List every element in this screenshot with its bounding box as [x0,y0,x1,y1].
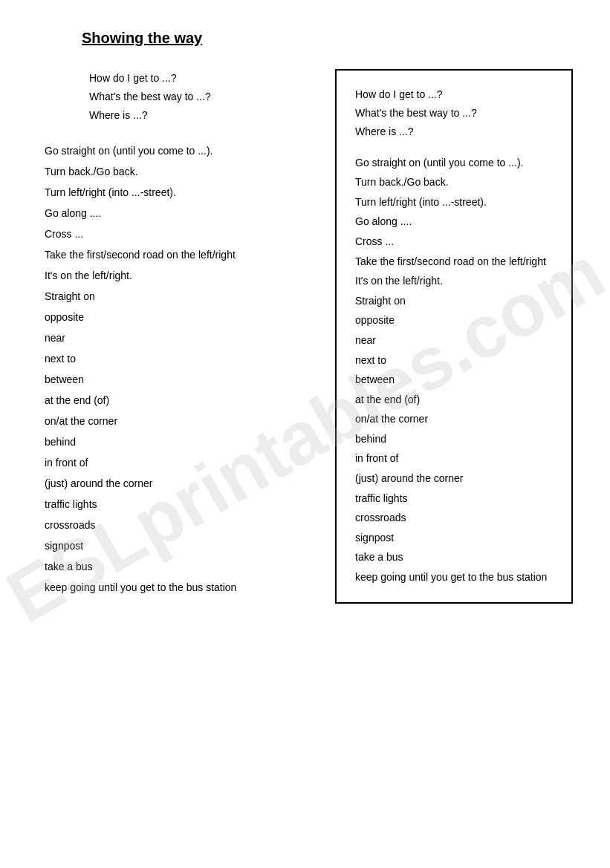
left-phrase-15: behind [45,431,313,452]
left-phrase-7: It's on the left/right. [45,265,313,286]
left-question-3: Where is ...? [89,106,313,125]
right-phrase-19: crossroads [355,508,553,528]
left-phrase-22: keep going until you get to the bus stat… [45,577,313,598]
left-phrase-13: at the end (of) [45,390,313,411]
right-phrase-18: traffic lights [355,489,553,509]
right-phrase-14: on/at the corner [355,409,553,429]
right-phrase-22: keep going until you get to the bus stat… [355,567,553,587]
left-phrase-11: next to [45,348,313,369]
left-phrase-9: opposite [45,307,313,327]
right-phrase-6: Take the first/second road on the left/r… [355,252,553,272]
right-phrase-10: near [355,330,553,350]
right-phrase-8: Straight on [355,291,553,311]
right-phrase-21: take a bus [355,547,553,567]
left-phrase-list: Go straight on (until you come to ...). … [45,140,313,598]
right-column: How do I get to ...? What's the best way… [335,69,573,604]
right-phrase-12: between [355,370,553,390]
left-phrase-14: on/at the corner [45,411,313,431]
right-phrase-13: at the end (of) [355,390,553,410]
right-phrase-7: It's on the left/right. [355,271,553,291]
right-question-1: How do I get to ...? [355,85,553,104]
left-phrase-4: Go along .... [45,203,313,223]
left-phrase-17: (just) around the corner [45,473,313,494]
right-phrase-3: Turn left/right (into ...-street). [355,192,553,212]
right-phrase-20: signpost [355,528,553,548]
left-phrase-2: Turn back./Go back. [45,161,313,182]
left-phrase-6: Take the first/second road on the left/r… [45,244,313,265]
left-questions: How do I get to ...? What's the best way… [89,69,313,125]
left-phrase-8: Straight on [45,286,313,307]
right-phrase-5: Cross ... [355,232,553,252]
right-phrase-11: next to [355,350,553,371]
left-phrase-5: Cross ... [45,223,313,244]
left-column: How do I get to ...? What's the best way… [37,69,313,598]
right-question-2: What's the best way to ...? [355,104,553,123]
left-phrase-19: crossroads [45,515,313,535]
page-title: Showing the way [82,30,573,47]
right-phrase-list: Go straight on (until you come to ...). … [355,153,553,587]
left-phrase-12: between [45,369,313,390]
right-question-3: Where is ...? [355,123,553,141]
left-question-1: How do I get to ...? [89,69,313,88]
left-phrase-18: traffic lights [45,494,313,515]
left-phrase-16: in front of [45,452,313,473]
left-phrase-1: Go straight on (until you come to ...). [45,140,313,161]
left-phrase-21: take a bus [45,556,313,577]
right-questions: How do I get to ...? What's the best way… [355,85,553,142]
right-phrase-15: behind [355,429,553,449]
left-question-2: What's the best way to ...? [89,88,313,106]
right-phrase-16: in front of [355,448,553,469]
left-phrase-10: near [45,327,313,348]
right-phrase-9: opposite [355,310,553,330]
right-phrase-4: Go along .... [355,212,553,232]
right-phrase-17: (just) around the corner [355,469,553,489]
right-phrase-1: Go straight on (until you come to ...). [355,153,553,173]
left-phrase-3: Turn left/right (into ...-street). [45,182,313,203]
content-wrapper: How do I get to ...? What's the best way… [37,69,573,604]
left-phrase-20: signpost [45,535,313,556]
right-phrase-2: Turn back./Go back. [355,172,553,192]
